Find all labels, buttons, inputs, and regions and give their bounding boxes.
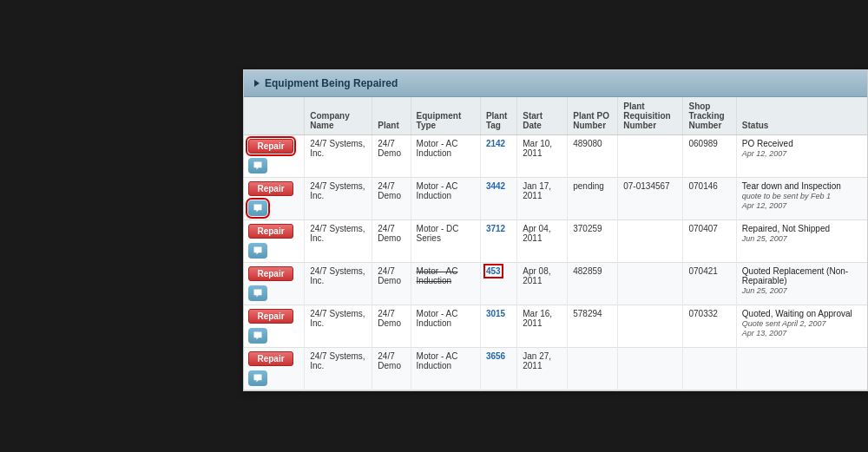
plant-tag-link[interactable]: 3712 bbox=[486, 224, 505, 233]
status-sub: Apr 12, 2007 bbox=[742, 149, 787, 158]
repair-button[interactable]: Repair bbox=[248, 351, 293, 366]
cell-plant-req bbox=[618, 135, 683, 178]
col-header-plant-tag: Plant Tag bbox=[480, 97, 516, 135]
cell-shop-tracking: 070332 bbox=[683, 305, 736, 348]
collapse-icon[interactable] bbox=[254, 80, 260, 87]
cell-plant-tag: 2142 bbox=[480, 135, 516, 178]
chat-icon[interactable] bbox=[248, 285, 267, 301]
col-header-equip-type: Equipment Type bbox=[411, 97, 480, 135]
repair-button[interactable]: Repair bbox=[248, 224, 293, 239]
col-header-shop-tracking: Shop Tracking Number bbox=[683, 97, 736, 135]
status-sub: Jun 25, 2007 bbox=[742, 234, 787, 243]
cell-start-date: Apr 04, 2011 bbox=[517, 220, 568, 263]
status-main: Quoted, Waiting on Approval bbox=[742, 309, 852, 318]
cell-equip-type: Motor - AC Induction bbox=[411, 348, 480, 390]
cell-plant-po: pending bbox=[568, 178, 618, 220]
cell-shop-tracking: 060989 bbox=[683, 135, 736, 178]
cell-actions: Repair bbox=[244, 305, 305, 348]
cell-shop-tracking: 070146 bbox=[683, 178, 736, 220]
cell-plant-tag: 3656 bbox=[480, 348, 516, 390]
section-title: Equipment Being Repaired bbox=[265, 77, 398, 89]
cell-shop-tracking: 070421 bbox=[683, 263, 736, 305]
chat-icon[interactable] bbox=[248, 200, 267, 216]
cell-actions: Repair bbox=[244, 263, 305, 305]
status-sub: quote to be sent by Feb 1 bbox=[742, 192, 831, 200]
cell-equip-type: Motor - AC Induction bbox=[411, 263, 480, 305]
cell-plant-req bbox=[618, 220, 683, 263]
col-header-plant: Plant bbox=[372, 97, 411, 135]
cell-plant-req: 07-0134567 bbox=[618, 178, 683, 220]
status-main: Quoted Replacement (Non-Repairable) bbox=[742, 266, 848, 285]
col-header-company: Company Name bbox=[305, 97, 372, 135]
plant-tag-link[interactable]: 3442 bbox=[486, 181, 505, 191]
cell-company: 24/7 Systems, Inc. bbox=[305, 348, 372, 390]
plant-tag-link[interactable]: 2142 bbox=[486, 139, 505, 148]
cell-plant-tag: 3442 bbox=[480, 178, 516, 220]
table-row: Repair24/7 Systems, Inc.24/7 DemoMotor -… bbox=[244, 348, 867, 390]
cell-status bbox=[736, 348, 867, 390]
col-header-plant-po: Plant PO Number bbox=[568, 97, 618, 135]
cell-start-date: Apr 08, 2011 bbox=[517, 263, 568, 305]
cell-plant: 24/7 Demo bbox=[372, 178, 411, 220]
cell-equip-type: Motor - DC Series bbox=[411, 220, 480, 263]
col-header-actions bbox=[244, 97, 305, 135]
status-main: Tear down and Inspection bbox=[742, 181, 841, 191]
status-sub: Jun 25, 2007 bbox=[742, 286, 787, 295]
equipment-table: Company Name Plant Equipment Type Plant … bbox=[244, 97, 867, 390]
plant-tag-link[interactable]: 3015 bbox=[486, 309, 505, 318]
status-main: PO Received bbox=[742, 139, 793, 148]
cell-shop-tracking bbox=[683, 348, 736, 390]
col-header-status: Status bbox=[736, 97, 867, 135]
cell-equip-type: Motor - AC Induction bbox=[411, 305, 480, 348]
repair-button[interactable]: Repair bbox=[248, 266, 293, 281]
table-row: Repair24/7 Systems, Inc.24/7 DemoMotor -… bbox=[244, 263, 867, 305]
cell-plant: 24/7 Demo bbox=[372, 305, 411, 348]
repair-button[interactable]: Repair bbox=[248, 181, 293, 196]
cell-plant-po: 370259 bbox=[568, 220, 618, 263]
cell-start-date: Mar 16, 2011 bbox=[517, 305, 568, 348]
repair-button[interactable]: Repair bbox=[248, 309, 293, 324]
cell-company: 24/7 Systems, Inc. bbox=[305, 305, 372, 348]
cell-start-date: Mar 10, 2011 bbox=[517, 135, 568, 178]
cell-equip-type: Motor - AC Induction bbox=[411, 135, 480, 178]
cell-plant-tag: 453 bbox=[480, 263, 516, 305]
cell-status: Quoted, Waiting on ApprovalQuote sent Ap… bbox=[736, 305, 867, 348]
cell-plant: 24/7 Demo bbox=[372, 263, 411, 305]
chat-icon[interactable] bbox=[248, 243, 267, 259]
cell-company: 24/7 Systems, Inc. bbox=[305, 263, 372, 305]
status-sub: Apr 13, 2007 bbox=[742, 329, 787, 337]
chat-icon[interactable] bbox=[248, 370, 267, 386]
table-body: Repair24/7 Systems, Inc.24/7 DemoMotor -… bbox=[244, 135, 867, 390]
status-main: Repaired, Not Shipped bbox=[742, 224, 830, 233]
table-row: Repair24/7 Systems, Inc.24/7 DemoMotor -… bbox=[244, 135, 867, 178]
cell-plant-po bbox=[568, 348, 618, 390]
col-header-start-date: Start Date bbox=[517, 97, 568, 135]
chat-icon[interactable] bbox=[248, 328, 267, 344]
plant-tag-link[interactable]: 453 bbox=[486, 266, 501, 276]
cell-company: 24/7 Systems, Inc. bbox=[305, 220, 372, 263]
cell-status: Quoted Replacement (Non-Repairable)Jun 2… bbox=[736, 263, 867, 305]
cell-plant-req bbox=[618, 348, 683, 390]
cell-plant: 24/7 Demo bbox=[372, 348, 411, 390]
cell-actions: Repair bbox=[244, 220, 305, 263]
cell-company: 24/7 Systems, Inc. bbox=[305, 135, 372, 178]
col-header-plant-req: Plant Requisition Number bbox=[618, 97, 683, 135]
table-header-row: Company Name Plant Equipment Type Plant … bbox=[244, 97, 867, 135]
cell-start-date: Jan 27, 2011 bbox=[517, 348, 568, 390]
cell-plant: 24/7 Demo bbox=[372, 135, 411, 178]
equipment-panel: Equipment Being Repaired Company Name Pl… bbox=[243, 69, 868, 391]
cell-actions: Repair bbox=[244, 135, 305, 178]
status-sub: Apr 12, 2007 bbox=[742, 201, 787, 210]
plant-tag-link[interactable]: 3656 bbox=[486, 351, 505, 361]
cell-plant-po: 578294 bbox=[568, 305, 618, 348]
table-row: Repair24/7 Systems, Inc.24/7 DemoMotor -… bbox=[244, 178, 867, 220]
cell-status: Repaired, Not ShippedJun 25, 2007 bbox=[736, 220, 867, 263]
cell-plant-req bbox=[618, 305, 683, 348]
table-row: Repair24/7 Systems, Inc.24/7 DemoMotor -… bbox=[244, 305, 867, 348]
cell-status: Tear down and Inspectionquote to be sent… bbox=[736, 178, 867, 220]
cell-plant-req bbox=[618, 263, 683, 305]
cell-plant-po: 489080 bbox=[568, 135, 618, 178]
cell-status: PO ReceivedApr 12, 2007 bbox=[736, 135, 867, 178]
chat-icon[interactable] bbox=[248, 158, 267, 174]
repair-button[interactable]: Repair bbox=[248, 139, 293, 154]
